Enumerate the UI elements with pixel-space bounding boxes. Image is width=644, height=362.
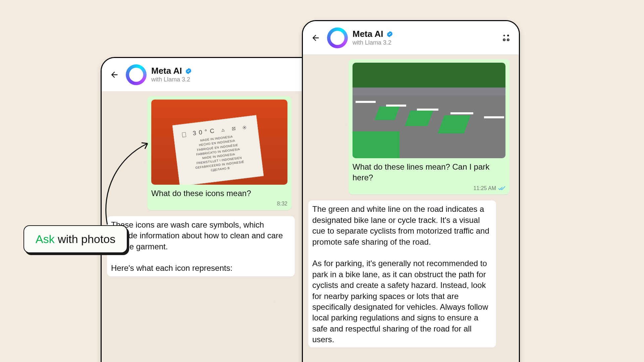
received-text: The green and white line on the road ind…	[312, 204, 492, 345]
received-message[interactable]: The green and white line on the road ind…	[308, 200, 496, 348]
verified-icon	[185, 67, 192, 75]
chat-title-block[interactable]: Meta AI with Llama 3.2	[151, 66, 192, 83]
chat-title-block[interactable]: Meta AI with Llama 3.2	[353, 29, 393, 46]
back-button[interactable]	[108, 68, 121, 81]
received-message[interactable]: These icons are wash care symbols, which…	[107, 216, 295, 277]
chat-body[interactable]: ⎕ 30°C △ ⊠ ◉ MADE IN INDONESIA HECHO EN …	[102, 92, 318, 362]
sent-caption: What do these lines mean? Can I park her…	[353, 162, 505, 183]
ask-with-photos-callout: Ask with photos	[23, 225, 127, 253]
sent-image[interactable]: ⎕ 30°C △ ⊠ ◉ MADE IN INDONESIA HECHO EN …	[151, 100, 287, 185]
sent-message[interactable]: ⎕ 30°C △ ⊠ ◉ MADE IN INDONESIA HECHO EN …	[147, 96, 291, 210]
callout-rest: with photos	[55, 233, 115, 245]
received-text: These icons are wash care symbols, which…	[111, 220, 291, 274]
sparkle-dots-icon	[501, 33, 511, 43]
verified-icon	[386, 31, 393, 38]
chat-header: Meta AI with Llama 3.2	[102, 58, 318, 92]
arrow-left-icon	[110, 70, 119, 79]
phone-depth-edge	[519, 24, 520, 362]
chat-body[interactable]: What do these lines mean? Can I park her…	[303, 55, 519, 362]
phone-left: Meta AI with Llama 3.2 ⎕ 30°C △ ⊠ ◉ MADE…	[101, 57, 319, 362]
meta-ai-avatar[interactable]	[126, 64, 147, 85]
svg-point-1	[503, 39, 505, 41]
phone-right: Meta AI with Llama 3.2	[302, 20, 520, 362]
meta-ai-avatar[interactable]	[327, 27, 348, 48]
read-receipt-icon	[498, 186, 505, 191]
ai-options-button[interactable]	[499, 31, 513, 45]
sent-time: 8:32	[277, 200, 287, 207]
chat-subtitle: with Llama 3.2	[353, 39, 393, 46]
chat-title: Meta AI	[353, 29, 383, 39]
chat-title: Meta AI	[151, 66, 182, 76]
sent-time: 11:25 AM	[473, 185, 496, 192]
sent-caption: What do these icons mean?	[151, 188, 287, 199]
sent-message[interactable]: What do these lines mean? Can I park her…	[348, 59, 509, 194]
chat-subtitle: with Llama 3.2	[151, 76, 192, 83]
back-button[interactable]	[309, 31, 322, 45]
chat-header: Meta AI with Llama 3.2	[303, 21, 519, 55]
svg-point-2	[507, 39, 509, 41]
svg-point-0	[507, 35, 509, 36]
sent-image[interactable]	[353, 63, 505, 158]
arrow-left-icon	[311, 33, 320, 43]
callout-accent: Ask	[36, 233, 55, 245]
